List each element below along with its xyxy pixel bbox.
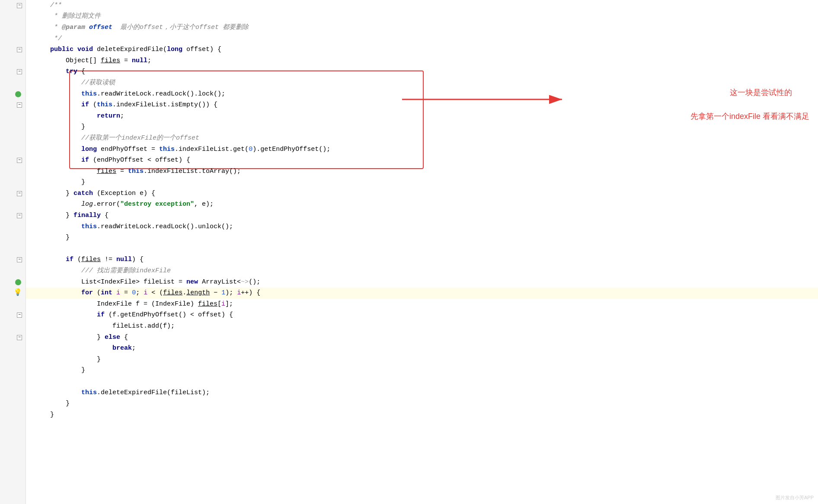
code-text: null bbox=[116, 255, 132, 265]
fold-icon[interactable]: − bbox=[17, 3, 22, 8]
gutter-line: − bbox=[0, 310, 22, 321]
code-text: if bbox=[81, 155, 89, 166]
code-text: long bbox=[167, 45, 186, 55]
code-text: (Exception e) { bbox=[93, 188, 155, 199]
code-line: fileList.add(f); bbox=[26, 321, 818, 332]
gutter-line bbox=[0, 122, 22, 133]
code-text: * bbox=[35, 22, 62, 33]
code-text: { bbox=[77, 67, 85, 77]
gutter-line bbox=[0, 232, 22, 243]
code-text: Object[] bbox=[35, 56, 101, 66]
code-text: ArrayList< bbox=[198, 277, 241, 287]
code-text: files bbox=[198, 299, 217, 309]
fold-icon[interactable]: − bbox=[17, 191, 22, 196]
code-text: @param bbox=[62, 22, 89, 33]
breakpoint-icon[interactable] bbox=[15, 279, 21, 285]
code-line-highlighted: for (int i = 0; i < (files.length − 1); … bbox=[26, 287, 818, 299]
code-text: [ bbox=[217, 299, 221, 309]
gutter-line bbox=[0, 343, 22, 354]
code-text: "destroy exception" bbox=[120, 199, 194, 210]
fold-icon[interactable]: − bbox=[17, 257, 22, 262]
code-text: } bbox=[35, 177, 85, 188]
code-text bbox=[35, 155, 81, 166]
fold-icon[interactable]: − bbox=[17, 47, 22, 52]
code-line: if (this.indexFileList.isEmpty()) { bbox=[26, 99, 818, 111]
gutter-line bbox=[0, 89, 22, 100]
code-text: ); bbox=[225, 288, 237, 298]
fold-icon[interactable]: − bbox=[17, 213, 22, 218]
code-area: 这一块是尝试性的 先拿第一个indexFile 看看满不满足 /** * 删除过… bbox=[26, 0, 818, 504]
code-text bbox=[35, 111, 97, 121]
gutter-line bbox=[0, 376, 22, 387]
gutter-line bbox=[0, 265, 22, 277]
code-line: } bbox=[26, 177, 818, 188]
code-line: if (f.getEndPhyOffset() < offset) { bbox=[26, 310, 818, 321]
code-line: } bbox=[26, 232, 818, 243]
code-text: files bbox=[101, 56, 120, 66]
code-text: deleteExpiredFile( bbox=[97, 45, 167, 55]
gutter-line bbox=[0, 365, 22, 376]
code-text: = bbox=[116, 166, 128, 177]
code-text: ( bbox=[93, 288, 101, 298]
gutter-line bbox=[0, 22, 22, 33]
code-line: this.readWriteLock.readLock().unlock(); bbox=[26, 221, 818, 233]
gutter-line: − bbox=[0, 188, 22, 199]
code-line: } bbox=[26, 354, 818, 365]
bulb-icon[interactable]: 💡 bbox=[13, 287, 22, 299]
code-text: for bbox=[81, 288, 93, 298]
code-line: } bbox=[26, 122, 818, 133]
code-text: finally bbox=[73, 211, 101, 221]
gutter-line bbox=[0, 199, 22, 211]
code-line: */ bbox=[26, 33, 818, 45]
code-text: if bbox=[66, 255, 73, 265]
code-text: break bbox=[112, 343, 132, 354]
code-line bbox=[26, 243, 818, 255]
code-text: offset bbox=[195, 22, 219, 33]
code-line: * @param offset 最小的offset，小于这个offset 都要删… bbox=[26, 22, 818, 33]
gutter-line: − bbox=[0, 0, 22, 11]
gutter-line: − bbox=[0, 67, 22, 78]
code-text bbox=[35, 144, 81, 155]
code-line: /// 找出需要删除indexFile bbox=[26, 265, 818, 277]
fold-icon[interactable]: − bbox=[17, 335, 22, 340]
code-text: − bbox=[210, 288, 221, 298]
code-text: ; bbox=[120, 111, 124, 121]
code-text: { bbox=[120, 332, 128, 343]
code-text: if bbox=[81, 100, 89, 110]
code-text: else bbox=[105, 332, 120, 343]
code-text bbox=[35, 343, 112, 354]
code-text: } bbox=[35, 399, 70, 409]
code-text: //获取读锁 bbox=[35, 78, 115, 88]
code-text: log bbox=[81, 199, 93, 210]
code-text: 0 bbox=[132, 288, 136, 298]
code-text: ( bbox=[73, 255, 81, 265]
code-text: } bbox=[35, 365, 85, 376]
gutter-line bbox=[0, 33, 22, 45]
code-text: < ( bbox=[147, 288, 163, 298]
code-line: this.deleteExpiredFile(fileList); bbox=[26, 387, 818, 399]
gutter-line: − bbox=[0, 44, 22, 55]
gutter-line bbox=[0, 398, 22, 409]
code-text bbox=[35, 255, 66, 265]
fold-icon[interactable]: − bbox=[17, 313, 22, 318]
code-line: if (files != null) { bbox=[26, 255, 818, 266]
code-text: .indexFileList.toArray(); bbox=[144, 166, 241, 177]
gutter-line bbox=[0, 144, 22, 155]
code-text: //获取第一个 bbox=[35, 133, 121, 144]
code-text: List<IndexFile> fileList = bbox=[35, 277, 186, 287]
code-text bbox=[35, 310, 97, 320]
code-text bbox=[35, 288, 81, 298]
code-text: new bbox=[186, 277, 198, 287]
code-line: long endPhyOffset = this.indexFileList.g… bbox=[26, 144, 818, 155]
code-text: 1 bbox=[221, 288, 225, 298]
gutter-line bbox=[0, 277, 22, 288]
code-text bbox=[35, 166, 97, 177]
fold-icon[interactable]: − bbox=[17, 158, 22, 163]
fold-icon[interactable]: − bbox=[17, 69, 22, 74]
fold-icon[interactable]: − bbox=[17, 102, 22, 108]
code-text: 0 bbox=[249, 144, 252, 155]
breakpoint-icon[interactable] bbox=[15, 91, 21, 97]
code-text bbox=[35, 67, 66, 77]
watermark: 图片发自小芳APP bbox=[776, 494, 814, 502]
code-text: this bbox=[128, 166, 144, 177]
